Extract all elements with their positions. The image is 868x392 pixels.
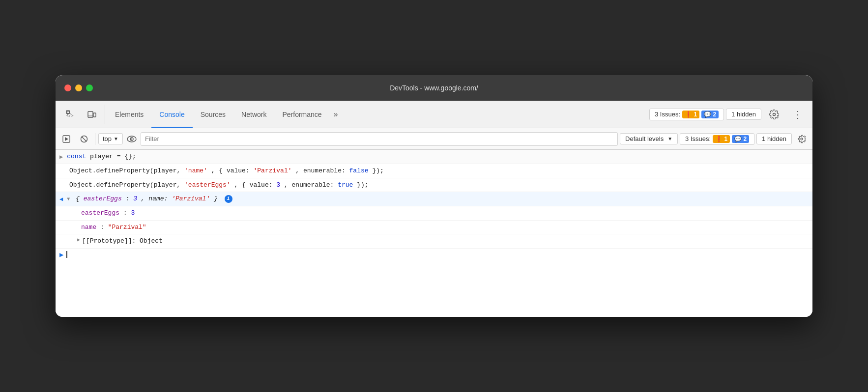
levels-dropdown-arrow: ▼ [667, 136, 672, 141]
toolbar-warn-badge: ❗ 1 [713, 135, 730, 143]
prop-name: name : "Parzival" [56, 221, 812, 235]
console-output: ▶ const player = {}; Object.defineProper… [56, 150, 812, 317]
maximize-button[interactable] [86, 84, 93, 91]
devtools-window: DevTools - www.google.com/ </> Elements [56, 75, 812, 317]
object-info-icon[interactable]: i [225, 195, 232, 203]
expand-object-arrow[interactable]: ▼ [67, 196, 70, 202]
tabs-right-section: 3 Issues: ❗ 1 💬 2 1 hidden ⋮ [649, 101, 809, 128]
titlebar: DevTools - www.google.com/ [56, 75, 812, 101]
inspector-icon[interactable]: </> [59, 101, 81, 128]
more-tabs-button[interactable]: » [330, 101, 342, 128]
svg-point-11 [131, 138, 132, 139]
console-line-output: ◀ ▼ { easterEggs : 3 , name: 'Parzival' … [56, 192, 812, 206]
console-line-cont-2: Object.defineProperty(player, 'easterEgg… [56, 178, 812, 193]
tab-elements[interactable]: Elements [107, 101, 151, 128]
info-badge: 💬 2 [701, 111, 719, 118]
more-options-icon[interactable]: ⋮ [787, 109, 809, 120]
prompt-arrow: ▶ [59, 251, 63, 259]
prop-easter-eggs: easterEggs : 3 [56, 206, 812, 221]
log-levels-button[interactable]: Default levels ▼ [620, 133, 678, 144]
minimize-button[interactable] [75, 84, 82, 91]
prop-prototype: ▶ [[Prototype]]: Object [56, 234, 812, 249]
toolbar-hidden-count[interactable]: 1 hidden [756, 133, 792, 144]
tab-console[interactable]: Console [151, 101, 192, 128]
issues-label: 3 Issues: [655, 111, 680, 118]
issues-button[interactable]: 3 Issues: ❗ 1 💬 2 [649, 109, 724, 120]
execute-button[interactable] [58, 132, 74, 146]
svg-rect-3 [93, 113, 96, 117]
warn-badge: ❗ 1 [682, 111, 699, 118]
close-button[interactable] [64, 84, 71, 91]
tab-network[interactable]: Network [233, 101, 274, 128]
clear-button[interactable] [76, 132, 92, 146]
window-title: DevTools - www.google.com/ [390, 84, 478, 92]
svg-text:</>: </> [66, 113, 74, 118]
context-selector[interactable]: top ▼ [98, 133, 123, 144]
device-mode-icon[interactable] [81, 101, 103, 128]
console-settings-icon[interactable] [794, 132, 810, 146]
svg-rect-2 [88, 112, 93, 117]
devtools-tab-bar: </> Elements Console Sources Network Per… [56, 101, 812, 128]
output-arrow[interactable]: ◀ [59, 195, 63, 204]
toolbar-issues-button[interactable]: 3 Issues: ❗ 1 💬 2 [680, 133, 754, 145]
input-arrow[interactable]: ▶ [59, 153, 63, 162]
console-cursor[interactable] [66, 251, 67, 258]
console-line-input: ▶ const player = {}; [56, 150, 812, 164]
expand-proto-arrow[interactable]: ▶ [77, 236, 80, 244]
console-toolbar: top ▼ Default levels ▼ 3 Issues: ❗ 1 💬 2… [56, 128, 812, 150]
console-prompt: ▶ [56, 249, 812, 261]
tab-performance[interactable]: Performance [274, 101, 329, 128]
console-line-cont-1: Object.defineProperty(player, 'name' , {… [56, 164, 812, 178]
tab-sources[interactable]: Sources [193, 101, 233, 128]
svg-line-8 [82, 137, 87, 141]
traffic-lights [64, 84, 93, 91]
filter-input[interactable] [141, 132, 618, 146]
live-expression-button[interactable] [125, 132, 139, 146]
settings-icon[interactable] [763, 110, 785, 119]
svg-marker-6 [65, 137, 68, 141]
hidden-count-button[interactable]: 1 hidden [726, 109, 761, 120]
toolbar-info-badge: 💬 2 [732, 135, 749, 143]
context-dropdown-arrow: ▼ [114, 136, 118, 141]
